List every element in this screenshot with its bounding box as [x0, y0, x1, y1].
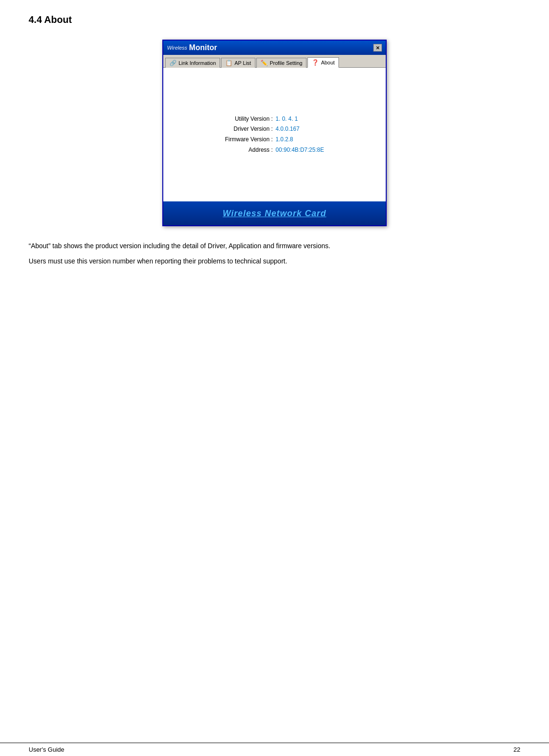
link-information-icon: 🔗 — [169, 60, 177, 66]
table-row: Utility Version : 1. 0. 4. 1 — [225, 114, 324, 125]
screenshot-container: Wireless Monitor ✕ 🔗 Link Information 📋 … — [29, 40, 520, 226]
dialog-footer: Wireless Network Card — [163, 201, 386, 225]
footer-bar: User's Guide 22 — [0, 743, 549, 756]
utility-version-value: 1. 0. 4. 1 — [275, 114, 324, 125]
profile-setting-icon: ✏️ — [261, 60, 268, 66]
table-row: Driver Version : 4.0.0.167 — [225, 124, 324, 135]
tab-ap-list-label: AP List — [234, 60, 251, 66]
tab-ap-list[interactable]: 📋 AP List — [221, 58, 255, 68]
footer-label: User's Guide — [29, 746, 64, 753]
dialog-title: Wireless Monitor — [167, 43, 217, 52]
dialog-body: Utility Version : 1. 0. 4. 1 Driver Vers… — [163, 68, 386, 201]
tab-about[interactable]: ❓ About — [307, 57, 339, 68]
info-table: Utility Version : 1. 0. 4. 1 Driver Vers… — [225, 114, 324, 155]
dialog-box: Wireless Monitor ✕ 🔗 Link Information 📋 … — [162, 40, 387, 226]
footer-brand-text: Wireless Network Card — [223, 209, 327, 219]
tab-profile-setting[interactable]: ✏️ Profile Setting — [256, 58, 306, 68]
description-line2: Users must use this version number when … — [29, 256, 520, 267]
tab-about-label: About — [321, 60, 335, 65]
close-button[interactable]: ✕ — [373, 44, 382, 52]
tab-link-information-label: Link Information — [179, 60, 216, 66]
driver-version-value: 4.0.0.167 — [275, 124, 324, 135]
table-row: Firmware Version : 1.0.2.8 — [225, 135, 324, 145]
description-line1: “About” tab shows the product version in… — [29, 241, 520, 252]
tab-link-information[interactable]: 🔗 Link Information — [165, 58, 220, 68]
tab-profile-setting-label: Profile Setting — [270, 60, 302, 66]
title-monitor: Monitor — [189, 43, 217, 52]
driver-version-label: Driver Version : — [225, 124, 275, 135]
address-label: Address : — [225, 145, 275, 156]
firmware-version-label: Firmware Version : — [225, 135, 275, 145]
dialog-tabs: 🔗 Link Information 📋 AP List ✏️ Profile … — [163, 55, 386, 68]
about-icon: ❓ — [312, 59, 319, 66]
utility-version-label: Utility Version : — [225, 114, 275, 125]
dialog-titlebar: Wireless Monitor ✕ — [163, 41, 386, 55]
address-value: 00:90:4B:D7:25:8E — [275, 145, 324, 156]
title-wireless: Wireless — [167, 45, 187, 51]
section-heading: 4.4 About — [29, 14, 520, 25]
page-number: 22 — [514, 746, 520, 753]
firmware-version-value: 1.0.2.8 — [275, 135, 324, 145]
table-row: Address : 00:90:4B:D7:25:8E — [225, 145, 324, 156]
ap-list-icon: 📋 — [225, 60, 232, 66]
